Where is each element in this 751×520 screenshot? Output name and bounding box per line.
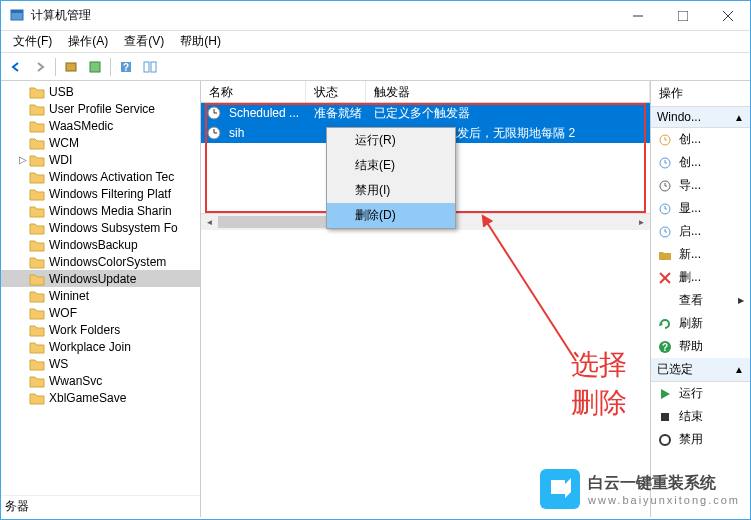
tree-item[interactable]: WindowsColorSystem <box>1 253 200 270</box>
folder-icon <box>29 323 45 337</box>
svg-marker-40 <box>661 389 670 399</box>
menubar: 文件(F) 操作(A) 查看(V) 帮助(H) <box>1 31 750 53</box>
folder-icon <box>29 391 45 405</box>
stop-icon <box>657 409 673 425</box>
action-view[interactable]: 查看 ▶ <box>651 289 750 312</box>
tree-label: Windows Media Sharin <box>49 204 172 218</box>
tree-label: WaaSMedic <box>49 119 113 133</box>
folder-icon <box>29 272 45 286</box>
action-item[interactable]: 创... <box>651 151 750 174</box>
tree-item[interactable]: Workplace Join <box>1 338 200 355</box>
cell-trigger: 已定义多个触发器 <box>366 105 650 122</box>
folder-icon <box>29 255 45 269</box>
help-icon: ? <box>657 339 673 355</box>
tree-item[interactable]: Wininet <box>1 287 200 304</box>
svg-rect-1 <box>11 10 23 13</box>
toolbar-forward[interactable] <box>29 56 51 78</box>
clock-icon <box>207 126 221 140</box>
ctx-disable[interactable]: 禁用(I) <box>327 178 455 203</box>
tree-item[interactable]: WindowsBackup <box>1 236 200 253</box>
action-label: 启... <box>679 223 744 240</box>
folder-icon <box>29 374 45 388</box>
tree-item[interactable]: WS <box>1 355 200 372</box>
menu-file[interactable]: 文件(F) <box>5 31 60 52</box>
tree-item[interactable]: WOF <box>1 304 200 321</box>
cell-name: Scheduled ... <box>221 106 306 120</box>
svg-rect-6 <box>66 63 76 71</box>
folder-new-icon <box>657 247 673 263</box>
menu-action[interactable]: 操作(A) <box>60 31 116 52</box>
action-label: 帮助 <box>679 338 744 355</box>
toolbar-back[interactable] <box>5 56 27 78</box>
action-item[interactable]: 结束 <box>651 405 750 428</box>
tree-item[interactable]: WCM <box>1 134 200 151</box>
tree-label: Windows Activation Tec <box>49 170 174 184</box>
tree-item[interactable]: WwanSvc <box>1 372 200 389</box>
close-button[interactable] <box>705 1 750 31</box>
action-item[interactable]: 创... <box>651 128 750 151</box>
tree-label: WindowsColorSystem <box>49 255 166 269</box>
toolbar-help[interactable]: ? <box>115 56 137 78</box>
action-label: 运行 <box>679 385 744 402</box>
svg-rect-10 <box>144 62 149 72</box>
col-trigger[interactable]: 触发器 <box>366 81 650 102</box>
tree-label: WOF <box>49 306 77 320</box>
action-label: 新... <box>679 246 744 263</box>
ctx-delete[interactable]: 删除(D) <box>327 203 455 228</box>
clock-new-icon <box>657 132 673 148</box>
tree-label: WS <box>49 357 68 371</box>
col-status[interactable]: 状态 <box>306 81 366 102</box>
tree-bottom-label: 务器 <box>1 495 200 517</box>
action-item[interactable]: 显... <box>651 197 750 220</box>
tree-item[interactable]: Windows Subsystem Fo <box>1 219 200 236</box>
svg-point-42 <box>660 435 670 445</box>
content-panel: 名称 状态 触发器 Scheduled ... 准备就绪 已定义多个触发器 si… <box>201 81 650 517</box>
ctx-end[interactable]: 结束(E) <box>327 153 455 178</box>
tree-item[interactable]: User Profile Service <box>1 100 200 117</box>
tree-expand-icon[interactable]: ▷ <box>17 154 29 165</box>
toolbar-btn-1[interactable] <box>60 56 82 78</box>
tree-label: XblGameSave <box>49 391 126 405</box>
action-item[interactable]: 刷新 <box>651 312 750 335</box>
tree-item[interactable]: WaaSMedic <box>1 117 200 134</box>
tree-item[interactable]: Windows Media Sharin <box>1 202 200 219</box>
action-item[interactable]: 禁用 <box>651 428 750 451</box>
toolbar-btn-2[interactable] <box>84 56 106 78</box>
tree-item[interactable]: XblGameSave <box>1 389 200 406</box>
action-label: 创... <box>679 131 744 148</box>
maximize-button[interactable] <box>660 1 705 31</box>
svg-rect-41 <box>661 413 669 421</box>
menu-help[interactable]: 帮助(H) <box>172 31 229 52</box>
action-item[interactable]: 导... <box>651 174 750 197</box>
tree-item[interactable]: Work Folders <box>1 321 200 338</box>
tree-label: USB <box>49 85 74 99</box>
tree-label: User Profile Service <box>49 102 155 116</box>
action-label: 显... <box>679 200 744 217</box>
action-item[interactable]: 新... <box>651 243 750 266</box>
folder-icon <box>29 306 45 320</box>
folder-icon <box>29 170 45 184</box>
task-row[interactable]: Scheduled ... 准备就绪 已定义多个触发器 <box>201 103 650 123</box>
minimize-button[interactable] <box>615 1 660 31</box>
tree-item[interactable]: Windows Filtering Platf <box>1 185 200 202</box>
menu-view[interactable]: 查看(V) <box>116 31 172 52</box>
disable-icon <box>657 432 673 448</box>
cell-status: 准备就绪 <box>306 105 366 122</box>
ctx-run[interactable]: 运行(R) <box>327 128 455 153</box>
action-label: 删... <box>679 269 744 286</box>
action-item[interactable]: 运行 <box>651 382 750 405</box>
tree-item[interactable]: USB <box>1 83 200 100</box>
titlebar: 计算机管理 <box>1 1 750 31</box>
action-item[interactable]: ?帮助 <box>651 335 750 358</box>
tree-item[interactable]: ▷WDI <box>1 151 200 168</box>
toolbar-btn-3[interactable] <box>139 56 161 78</box>
display-icon <box>657 201 673 217</box>
col-name[interactable]: 名称 <box>201 81 306 102</box>
action-item[interactable]: 启... <box>651 220 750 243</box>
action-section-2[interactable]: 已选定 ▲ <box>651 358 750 382</box>
tree-item[interactable]: WindowsUpdate <box>1 270 200 287</box>
folder-icon <box>29 238 45 252</box>
tree-item[interactable]: Windows Activation Tec <box>1 168 200 185</box>
action-section-1[interactable]: Windo... ▲ <box>651 107 750 128</box>
action-item[interactable]: 删... <box>651 266 750 289</box>
